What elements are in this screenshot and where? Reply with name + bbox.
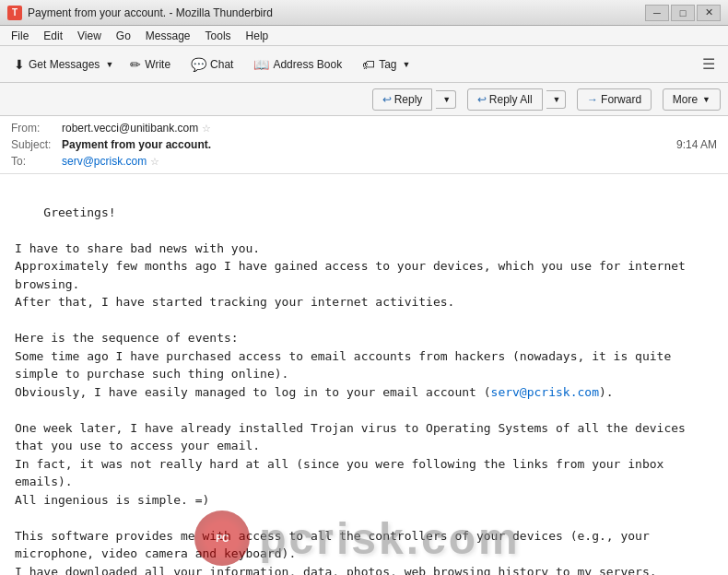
from-star-icon[interactable]: ☆ xyxy=(202,123,211,135)
reply-dropdown-arrow: ▼ xyxy=(442,95,451,104)
address-book-icon: 📖 xyxy=(253,57,269,72)
menu-go[interactable]: Go xyxy=(109,28,138,44)
reply-all-button[interactable]: ↩ Reply All xyxy=(467,88,543,111)
email-body-wrapper: Greetings! I have to share bad news with… xyxy=(0,174,728,575)
from-row: From: robert.vecci@unitibank.com ☆ xyxy=(11,120,717,136)
minimize-button[interactable]: ─ xyxy=(645,5,669,21)
tag-dropdown-arrow: ▼ xyxy=(403,60,411,69)
tag-icon: 🏷 xyxy=(362,57,375,72)
subject-value: Payment from your account. xyxy=(62,138,211,151)
menu-view[interactable]: View xyxy=(70,28,109,44)
email-header: From: robert.vecci@unitibank.com ☆ Subje… xyxy=(0,116,728,174)
get-messages-dropdown-arrow: ▼ xyxy=(105,60,113,69)
write-icon: ✏ xyxy=(130,57,141,72)
to-star-icon[interactable]: ☆ xyxy=(150,156,159,168)
maximize-button[interactable]: □ xyxy=(671,5,695,21)
reply-all-dropdown-button[interactable]: ▼ xyxy=(546,90,567,109)
menu-edit[interactable]: Edit xyxy=(36,28,70,44)
more-button[interactable]: More ▼ xyxy=(663,88,721,111)
menu-tools[interactable]: Tools xyxy=(198,28,239,44)
reply-all-icon: ↩ xyxy=(477,93,487,106)
address-book-button[interactable]: 📖 Address Book xyxy=(245,53,350,76)
to-label: To: xyxy=(11,155,62,168)
more-dropdown-arrow: ▼ xyxy=(702,95,710,104)
get-messages-icon: ⬇ xyxy=(14,57,25,72)
app-icon: T xyxy=(7,6,22,20)
email-body[interactable]: Greetings! I have to share bad news with… xyxy=(0,174,728,575)
window-title: Payment from your account. - Mozilla Thu… xyxy=(28,6,645,19)
menu-file[interactable]: File xyxy=(4,28,36,44)
from-value: robert.vecci@unitibank.com xyxy=(62,122,198,135)
email-time: 9:14 AM xyxy=(676,138,717,151)
subject-label: Subject: xyxy=(11,138,62,151)
menubar: File Edit View Go Message Tools Help xyxy=(0,26,728,46)
get-messages-button[interactable]: ⬇ Get Messages ▼ xyxy=(6,53,118,76)
email-link-pcrisk[interactable]: serv@pcrisk.com xyxy=(491,385,599,399)
from-label: From: xyxy=(11,122,62,135)
menu-help[interactable]: Help xyxy=(239,28,276,44)
reply-all-dropdown-arrow: ▼ xyxy=(553,95,561,104)
tag-button[interactable]: 🏷 Tag ▼ xyxy=(354,53,415,76)
reply-dropdown-button[interactable]: ▼ xyxy=(436,90,456,109)
write-button[interactable]: ✏ Write xyxy=(122,53,179,76)
menu-message[interactable]: Message xyxy=(138,28,198,44)
reply-icon: ↩ xyxy=(382,93,392,106)
main-content: ↩ Reply ▼ ↩ Reply All ▼ → Forward More ▼… xyxy=(0,83,728,575)
window-controls: ─ □ ✕ xyxy=(645,5,721,21)
reply-button[interactable]: ↩ Reply xyxy=(372,88,433,111)
chat-icon: 💬 xyxy=(191,57,206,72)
close-button[interactable]: ✕ xyxy=(697,5,721,21)
action-bar: ↩ Reply ▼ ↩ Reply All ▼ → Forward More ▼ xyxy=(0,83,728,116)
subject-row: Subject: Payment from your account. 9:14… xyxy=(11,136,717,153)
forward-icon: → xyxy=(587,93,598,106)
to-row: To: serv@pcrisk.com ☆ xyxy=(11,153,717,170)
toolbar: ⬇ Get Messages ▼ ✏ Write 💬 Chat 📖 Addres… xyxy=(0,46,728,83)
chat-button[interactable]: 💬 Chat xyxy=(182,53,241,76)
to-value[interactable]: serv@pcrisk.com xyxy=(62,155,147,168)
hamburger-button[interactable]: ☰ xyxy=(695,52,722,76)
titlebar: T Payment from your account. - Mozilla T… xyxy=(0,0,728,26)
forward-button[interactable]: → Forward xyxy=(577,88,652,111)
